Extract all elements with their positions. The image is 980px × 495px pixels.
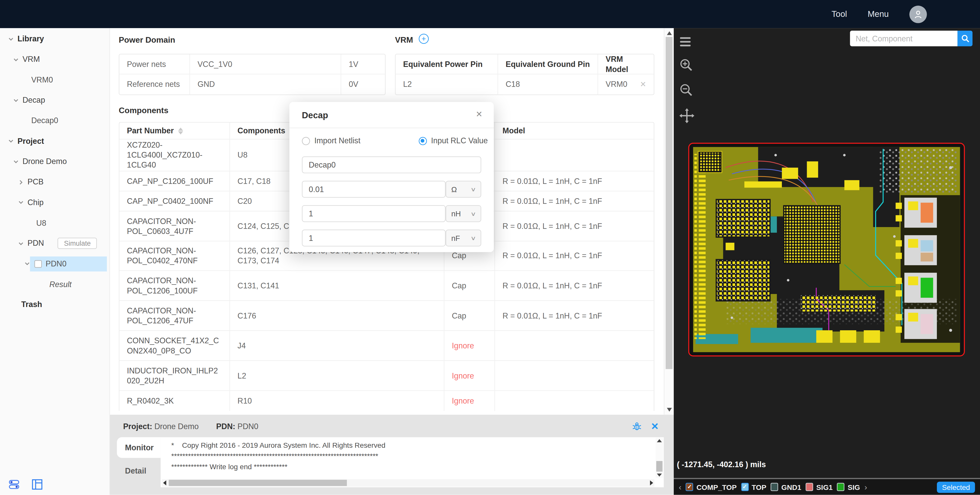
table-row[interactable]: R_R0402_3K R10 Ignore bbox=[119, 391, 654, 411]
search-button[interactable] bbox=[958, 30, 973, 46]
chevron-down-icon[interactable] bbox=[13, 97, 19, 104]
table-row[interactable]: CAPACITOR_NON-POL_C1206_100UF C131, C141… bbox=[119, 271, 654, 301]
table-row[interactable]: CAPACITOR_NON-POL_C1206_47UF C176 Cap R … bbox=[119, 301, 654, 331]
chevron-down-icon[interactable] bbox=[13, 159, 19, 165]
main-scrollbar[interactable] bbox=[664, 28, 674, 415]
scrollbar-thumb[interactable] bbox=[666, 37, 673, 369]
sidebar-item-project[interactable]: Project bbox=[0, 131, 110, 152]
col-equivalent-power-pin: Equivalent Power Pin bbox=[396, 54, 497, 74]
simulate-button[interactable]: Simulate bbox=[58, 238, 97, 249]
pcb-canvas[interactable] bbox=[688, 142, 965, 356]
remove-vrm-icon[interactable]: ✕ bbox=[640, 80, 646, 89]
table-row[interactable]: CONN_SOCKET_41X2_CON2X40_0P8_CO J4 Ignor… bbox=[119, 331, 654, 361]
table-row: Reference nets GND 0V bbox=[119, 74, 385, 94]
layer-sig1[interactable]: SIG1 bbox=[806, 483, 833, 491]
sidebar-item-u8[interactable]: U8 bbox=[0, 213, 110, 233]
power-nets-label: Power nets bbox=[119, 54, 189, 74]
layer-checkbox[interactable] bbox=[806, 483, 813, 491]
cursor-coordinates: ( -1271.45, -402.16 ) mils bbox=[677, 460, 766, 469]
search-input[interactable] bbox=[850, 30, 958, 46]
layer-comp-top[interactable]: ✓ COMP_TOP bbox=[686, 483, 737, 491]
scroll-up-icon[interactable] bbox=[667, 31, 672, 35]
log-vscrollbar[interactable] bbox=[655, 438, 663, 478]
layer-sig[interactable]: SIG bbox=[837, 483, 860, 491]
sidebar-item-trash[interactable]: Trash bbox=[0, 294, 110, 315]
sidebar-item-vrm0[interactable]: VRM0 bbox=[0, 70, 110, 90]
tab-monitor[interactable]: Monitor bbox=[117, 437, 161, 458]
close-console-icon[interactable]: ✕ bbox=[651, 421, 659, 431]
layer-checkbox[interactable] bbox=[771, 483, 778, 491]
reference-nets-value[interactable]: GND bbox=[189, 74, 341, 94]
layer-checkbox[interactable]: ✓ bbox=[741, 483, 749, 491]
capacitance-input[interactable] bbox=[302, 230, 445, 246]
chevron-down-icon[interactable] bbox=[13, 56, 19, 62]
layout-panel-icon[interactable] bbox=[32, 479, 43, 490]
tool-menu[interactable]: Tool bbox=[832, 10, 847, 19]
sidebar-item-result[interactable]: Result bbox=[0, 274, 110, 294]
scroll-down-icon[interactable] bbox=[667, 408, 672, 412]
chevron-down-icon[interactable] bbox=[18, 200, 24, 206]
toggles-icon[interactable] bbox=[9, 479, 19, 490]
sidebar-item-drone-demo[interactable]: Drone Demo bbox=[0, 152, 110, 172]
inductance-unit-select[interactable]: nH∨ bbox=[445, 205, 481, 222]
selected-button[interactable]: Selected bbox=[937, 481, 975, 493]
import-netlist-radio[interactable] bbox=[302, 137, 310, 145]
chevron-down-icon: ∨ bbox=[471, 211, 476, 217]
menu-menu[interactable]: Menu bbox=[868, 10, 889, 19]
sidebar-item-vrm[interactable]: VRM bbox=[0, 49, 110, 70]
sidebar-item-pdn0[interactable]: PDN0 bbox=[0, 254, 110, 274]
search-icon bbox=[961, 35, 969, 43]
log-console[interactable]: * Copy Right 2016 - 2019 Aurora System I… bbox=[161, 437, 663, 487]
zoom-in-icon[interactable] bbox=[679, 58, 693, 72]
log-hscrollbar[interactable] bbox=[162, 479, 654, 487]
zoom-out-icon[interactable] bbox=[679, 83, 693, 97]
sidebar-item-pdn[interactable]: PDN Simulate bbox=[0, 233, 110, 254]
inductance-input[interactable] bbox=[302, 205, 445, 222]
power-domain-table: Power nets VCC_1V0 1V Reference nets GND… bbox=[119, 54, 386, 95]
avatar[interactable] bbox=[909, 5, 927, 23]
col-vrm-model: VRM Model bbox=[597, 54, 654, 74]
add-vrm-button[interactable]: + bbox=[419, 34, 429, 44]
chevron-right-icon[interactable] bbox=[18, 179, 24, 185]
close-icon[interactable]: ✕ bbox=[476, 110, 483, 119]
sidebar-item-pcb[interactable]: PCB bbox=[0, 172, 110, 192]
resistance-input[interactable] bbox=[302, 181, 445, 198]
vrm-model-value: VRM0 bbox=[606, 80, 627, 89]
project-tree: Library VRM VRM0 Decap Decap0 Project bbox=[0, 29, 110, 315]
vrm-ground-pin[interactable]: C18 bbox=[497, 74, 597, 94]
tab-detail[interactable]: Detail bbox=[117, 460, 161, 481]
debug-bug-icon[interactable] bbox=[632, 421, 642, 431]
pdn0-selected-row[interactable]: PDN0 bbox=[30, 256, 107, 271]
layers-prev-icon[interactable]: ‹ bbox=[679, 483, 682, 491]
pdn0-checkbox[interactable] bbox=[35, 260, 42, 268]
layer-checkbox[interactable] bbox=[837, 483, 845, 491]
sidebar-item-decap[interactable]: Decap bbox=[0, 90, 110, 110]
layer-gnd1[interactable]: GND1 bbox=[771, 483, 801, 491]
vrm-power-pin[interactable]: L2 bbox=[396, 74, 497, 94]
resistance-unit-select[interactable]: Ω∨ bbox=[445, 181, 481, 198]
sidebar-item-library[interactable]: Library bbox=[0, 29, 110, 49]
col-part-number[interactable]: Part Number bbox=[119, 123, 229, 139]
sort-icon[interactable] bbox=[178, 127, 183, 134]
layer-bar: ‹ ✓ COMP_TOP ✓ TOP GND1 SIG1 SIG › bbox=[674, 479, 980, 495]
power-nets-value[interactable]: VCC_1V0 bbox=[189, 54, 341, 74]
menu-hamburger-icon[interactable] bbox=[679, 36, 692, 48]
layers-next-icon[interactable]: › bbox=[864, 483, 867, 491]
sidebar-item-decap0[interactable]: Decap0 bbox=[0, 110, 110, 131]
chevron-down-icon: ∨ bbox=[471, 235, 476, 241]
chevron-down-icon[interactable] bbox=[7, 36, 14, 42]
power-nets-voltage[interactable]: 1V bbox=[341, 54, 385, 74]
chevron-down-icon[interactable] bbox=[7, 138, 14, 144]
decap-name-input[interactable] bbox=[302, 156, 481, 173]
input-rlc-radio[interactable] bbox=[418, 137, 427, 145]
sidebar-item-chip[interactable]: Chip bbox=[0, 192, 110, 213]
chevron-down-icon[interactable] bbox=[24, 261, 30, 267]
layer-top[interactable]: ✓ TOP bbox=[741, 483, 767, 491]
vrm-model-cell[interactable]: VRM0 ✕ bbox=[597, 74, 654, 94]
chevron-down-icon[interactable] bbox=[18, 240, 24, 246]
pan-move-icon[interactable] bbox=[679, 108, 694, 123]
table-row[interactable]: INDUCTOR_IRON_IHLP2020_2U2H L2 Ignore bbox=[119, 361, 654, 391]
capacitance-unit-select[interactable]: nF∨ bbox=[445, 230, 481, 246]
reference-nets-voltage[interactable]: 0V bbox=[341, 74, 385, 94]
layer-checkbox[interactable]: ✓ bbox=[686, 483, 693, 491]
